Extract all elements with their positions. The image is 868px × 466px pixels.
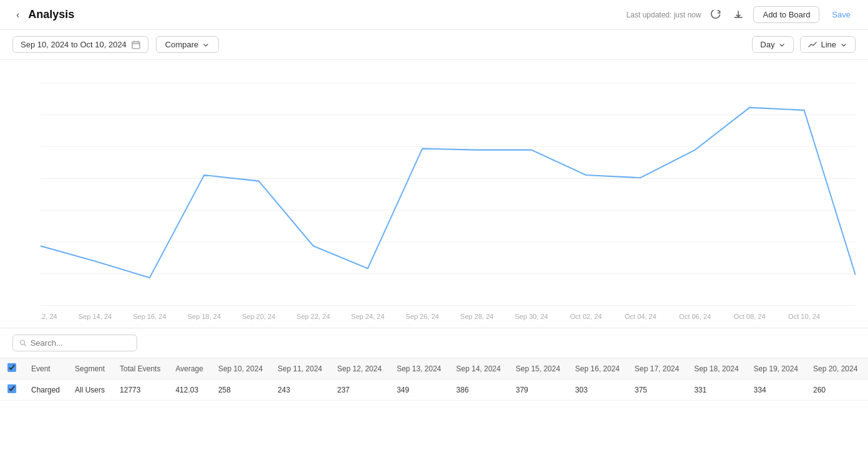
- col-sep13[interactable]: Sep 13, 2024: [389, 358, 448, 379]
- refresh-button[interactable]: [708, 7, 723, 22]
- line-chevron-icon: [840, 41, 847, 49]
- add-to-board-button[interactable]: Add to Board: [753, 6, 819, 23]
- row-total: 12773: [112, 379, 168, 401]
- row-sep15: 379: [508, 379, 567, 401]
- chart-area: 550 500 450 400 350 300 250 200 Sep 12, …: [0, 60, 868, 328]
- search-input[interactable]: [31, 338, 130, 348]
- col-sep12[interactable]: Sep 12, 2024: [330, 358, 389, 379]
- header-right: Last updated: just now Add to Board Save: [626, 6, 856, 23]
- svg-point-33: [20, 340, 24, 345]
- date-range-text: Sep 10, 2024 to Oct 10, 2024: [21, 40, 127, 49]
- row-sep14: 386: [449, 379, 508, 401]
- col-sep18[interactable]: Sep 18, 2024: [687, 358, 746, 379]
- bottom-section: Event Segment Total Events Average Sep 1…: [0, 328, 868, 401]
- col-sep20[interactable]: Sep 20, 2024: [806, 358, 865, 379]
- line-label: Line: [821, 40, 836, 49]
- day-label: Day: [760, 40, 774, 49]
- col-total-events[interactable]: Total Events: [112, 358, 168, 379]
- search-icon: [19, 339, 27, 347]
- toolbar-left: Sep 10, 2024 to Oct 10, 2024 Compare: [12, 36, 219, 53]
- row-average: 412.03: [168, 379, 210, 401]
- col-sep10[interactable]: Sep 10, 2024: [211, 358, 270, 379]
- row-sep11: 243: [270, 379, 329, 401]
- date-range-button[interactable]: Sep 10, 2024 to Oct 10, 2024: [12, 36, 148, 53]
- row-sep10: 258: [211, 379, 270, 401]
- search-input-wrap[interactable]: [12, 335, 137, 351]
- col-average[interactable]: Average: [168, 358, 210, 379]
- svg-text:Sep 16, 24: Sep 16, 24: [133, 312, 166, 320]
- svg-rect-0: [132, 42, 140, 49]
- row-sep21: 460: [865, 379, 868, 401]
- header-left: ‹ Analysis: [12, 8, 74, 22]
- line-chart-svg: 550 500 450 400 350 300 250 200 Sep 12, …: [41, 70, 856, 321]
- col-sep19[interactable]: Sep 19, 2024: [746, 358, 806, 379]
- row-sep17: 375: [627, 379, 687, 401]
- calendar-icon: [132, 40, 140, 49]
- header-checkbox[interactable]: [7, 363, 16, 372]
- data-table: Event Segment Total Events Average Sep 1…: [0, 358, 868, 401]
- col-sep14[interactable]: Sep 14, 2024: [449, 358, 508, 379]
- svg-text:Sep 26, 24: Sep 26, 24: [406, 312, 439, 320]
- row-checkbox[interactable]: [7, 384, 16, 393]
- search-bar: [0, 328, 868, 358]
- col-sep17[interactable]: Sep 17, 2024: [627, 358, 687, 379]
- svg-text:Sep 20, 24: Sep 20, 24: [242, 312, 275, 320]
- toolbar-right: Day Line: [752, 36, 856, 53]
- svg-text:Oct 10, 24: Oct 10, 24: [788, 312, 820, 320]
- table-row: Charged All Users 12773 412.03 258 243 2…: [0, 379, 868, 401]
- row-sep16: 303: [567, 379, 627, 401]
- back-button[interactable]: ‹: [12, 8, 23, 22]
- row-sep12: 237: [330, 379, 389, 401]
- col-sep11[interactable]: Sep 11, 2024: [270, 358, 329, 379]
- col-sep15[interactable]: Sep 15, 2024: [508, 358, 567, 379]
- refresh-icon: [711, 10, 721, 20]
- compare-chevron-icon: [202, 41, 210, 49]
- svg-text:Sep 18, 24: Sep 18, 24: [188, 312, 221, 320]
- row-sep18: 331: [687, 379, 746, 401]
- col-sep21[interactable]: Sep 21, 2024: [865, 358, 868, 379]
- day-dropdown-button[interactable]: Day: [752, 36, 794, 53]
- chart-line: [41, 108, 856, 278]
- table-header-row: Event Segment Total Events Average Sep 1…: [0, 358, 868, 379]
- chart-inner: 550 500 450 400 350 300 250 200 Sep 12, …: [41, 70, 856, 321]
- col-sep16[interactable]: Sep 16, 2024: [567, 358, 627, 379]
- compare-button[interactable]: Compare: [156, 36, 219, 53]
- svg-text:Sep 12, 24: Sep 12, 24: [41, 312, 57, 320]
- row-checkbox-cell: [0, 379, 24, 401]
- download-button[interactable]: [731, 7, 746, 22]
- svg-text:Sep 30, 24: Sep 30, 24: [514, 312, 547, 320]
- svg-text:Oct 08, 24: Oct 08, 24: [734, 312, 766, 320]
- svg-text:Sep 14, 24: Sep 14, 24: [79, 312, 112, 320]
- row-segment: All Users: [67, 379, 112, 401]
- line-dropdown-button[interactable]: Line: [800, 36, 856, 53]
- header: ‹ Analysis Last updated: just now Add to…: [0, 0, 868, 30]
- svg-text:Oct 06, 24: Oct 06, 24: [679, 312, 711, 320]
- line-chart-icon: [808, 40, 817, 49]
- page-title: Analysis: [28, 8, 74, 21]
- row-sep20: 260: [806, 379, 865, 401]
- data-table-wrap: Event Segment Total Events Average Sep 1…: [0, 358, 868, 401]
- svg-text:Oct 04, 24: Oct 04, 24: [625, 312, 657, 320]
- header-checkbox-cell: [0, 358, 24, 379]
- save-button[interactable]: Save: [827, 7, 856, 22]
- svg-text:Sep 24, 24: Sep 24, 24: [351, 312, 384, 320]
- row-sep13: 349: [389, 379, 448, 401]
- svg-text:Sep 22, 24: Sep 22, 24: [297, 312, 330, 320]
- row-event: Charged: [24, 379, 67, 401]
- col-event[interactable]: Event: [24, 358, 67, 379]
- row-sep19: 334: [746, 379, 806, 401]
- compare-label: Compare: [165, 40, 198, 49]
- last-updated-text: Last updated: just now: [626, 11, 701, 19]
- svg-text:Oct 02, 24: Oct 02, 24: [570, 312, 602, 320]
- toolbar: Sep 10, 2024 to Oct 10, 2024 Compare Day: [0, 30, 868, 60]
- day-chevron-icon: [778, 41, 786, 49]
- col-segment[interactable]: Segment: [67, 358, 112, 379]
- chart-container: 550 500 450 400 350 300 250 200 Sep 12, …: [12, 70, 856, 321]
- svg-text:Sep 28, 24: Sep 28, 24: [460, 312, 493, 320]
- download-icon: [733, 10, 743, 20]
